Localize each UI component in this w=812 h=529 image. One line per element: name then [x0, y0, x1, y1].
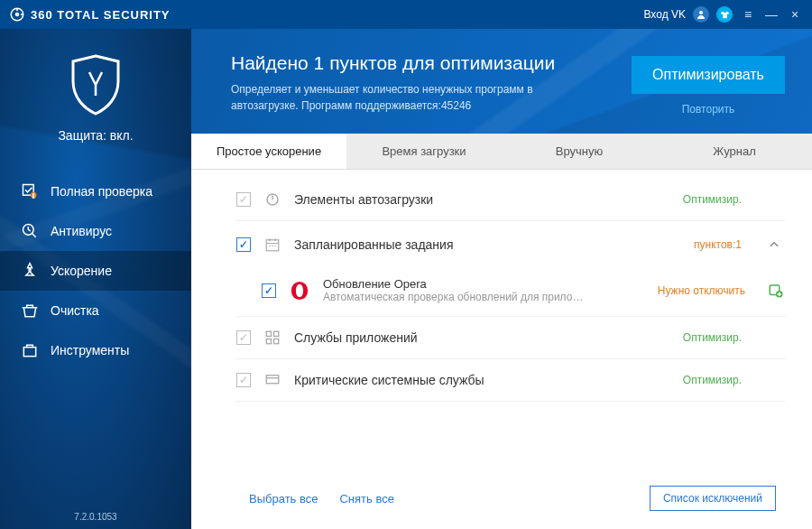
section-status: Оптимизир.	[669, 193, 742, 206]
logo-icon	[9, 6, 25, 23]
sidebar-item-label: Антивирус	[51, 224, 112, 238]
scheduled-task-row: Обновление Opera Автоматическая проверка…	[236, 268, 785, 316]
sidebar-item-cleanup[interactable]: Очистка	[0, 291, 191, 330]
item-subtitle: Автоматическая проверка обновлений для п…	[323, 291, 645, 303]
section-checkbox[interactable]	[236, 237, 251, 252]
tab-log[interactable]: Журнал	[657, 134, 812, 169]
section-status: Оптимизир.	[669, 331, 742, 344]
section-status: пунктов:1	[669, 238, 742, 251]
item-status: Нужно отключить	[658, 284, 745, 297]
svg-point-11	[296, 283, 303, 297]
minimize-icon[interactable]: —	[763, 7, 780, 22]
power-icon	[263, 191, 281, 208]
svg-point-1	[15, 13, 20, 17]
svg-point-2	[699, 11, 703, 14]
app-logo: 360 TOTAL SECURITY	[9, 6, 171, 23]
section-title: Критические системные службы	[294, 373, 657, 387]
section-title: Службы приложений	[294, 330, 657, 345]
sidebar-item-tools[interactable]: Инструменты	[0, 330, 191, 370]
calendar-icon	[263, 237, 281, 253]
opera-icon	[289, 280, 310, 302]
collapse-icon[interactable]	[763, 234, 785, 255]
version-label: 7.2.0.1053	[0, 512, 191, 522]
svg-rect-17	[274, 339, 279, 344]
deselect-all-link[interactable]: Снять все	[339, 492, 393, 506]
antivirus-icon	[20, 222, 40, 240]
header-desc: Определяет и уменьшает количество ненужн…	[231, 81, 574, 114]
section-checkbox[interactable]	[236, 373, 251, 387]
sidebar-item-label: Очистка	[51, 303, 99, 318]
menu-icon[interactable]: ≡	[740, 7, 756, 22]
section-status: Оптимизир.	[669, 374, 742, 386]
select-all-link[interactable]: Выбрать все	[249, 492, 318, 506]
user-icon[interactable]	[693, 6, 709, 23]
svg-rect-14	[266, 331, 271, 336]
svg-rect-18	[266, 376, 279, 384]
shield-icon	[69, 103, 122, 118]
sidebar-item-speedup[interactable]: Ускорение	[0, 251, 191, 291]
section-title: Запланированные задания	[294, 237, 657, 252]
svg-rect-15	[274, 331, 279, 336]
close-icon[interactable]: ×	[787, 7, 803, 22]
disable-action-icon[interactable]	[767, 283, 785, 299]
app-brand: 360 TOTAL SECURITY	[31, 8, 171, 22]
section-checkbox[interactable]	[236, 330, 251, 345]
tab-manual[interactable]: Вручную	[502, 134, 657, 169]
sidebar-item-label: Полная проверка	[51, 184, 152, 199]
cleanup-icon	[20, 302, 40, 320]
tab-simple[interactable]: Простое ускорение	[191, 134, 346, 169]
system-icon	[263, 372, 281, 388]
tab-boottime[interactable]: Время загрузки	[346, 134, 502, 169]
sidebar-item-fullscan[interactable]: ! Полная проверка	[0, 172, 191, 211]
item-checkbox[interactable]	[262, 283, 276, 298]
exclusions-button[interactable]: Список исключений	[650, 486, 776, 511]
svg-rect-9	[266, 240, 279, 251]
svg-rect-16	[266, 339, 271, 344]
apps-icon	[263, 329, 281, 346]
sidebar-item-label: Ускорение	[51, 264, 112, 278]
retry-link[interactable]: Повторить	[632, 103, 785, 116]
section-title: Элементы автозагрузки	[294, 192, 657, 207]
fullscan-icon: !	[20, 182, 40, 200]
tools-icon	[20, 341, 40, 359]
optimize-button[interactable]: Оптимизировать	[632, 56, 785, 94]
sidebar-item-antivirus[interactable]: Антивирус	[0, 211, 191, 251]
speedup-icon	[20, 262, 40, 280]
item-title: Обновление Opera	[323, 277, 645, 291]
login-link[interactable]: Вход VK	[644, 8, 687, 21]
protection-status: Защита: вкл.	[0, 128, 191, 143]
sidebar-item-label: Инструменты	[51, 343, 129, 357]
theme-icon[interactable]	[716, 6, 733, 23]
svg-rect-7	[23, 348, 35, 357]
section-checkbox[interactable]	[236, 192, 251, 207]
